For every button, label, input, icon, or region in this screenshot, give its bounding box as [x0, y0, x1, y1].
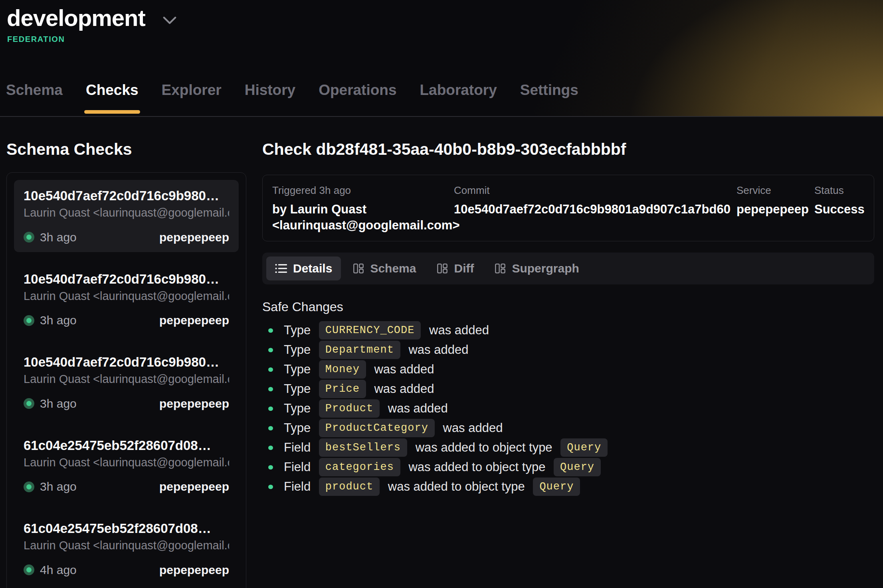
tab-operations[interactable]: Operations [319, 82, 396, 116]
change-list-item: Type Department was added [262, 340, 874, 360]
code-chip: Query [554, 458, 601, 476]
check-service-label: pepepepeep [159, 480, 229, 493]
schema-checks-list: 10e540d7aef72c0d716c9b980… Laurin Quast … [6, 172, 246, 588]
check-commit-hash: 61c04e25475eb52f28607d08… [24, 438, 229, 454]
check-list-item[interactable]: 61c04e25475eb52f28607d08… Laurin Quast <… [14, 513, 239, 585]
change-text: Type [284, 421, 314, 435]
meta-service-label: Service [736, 184, 814, 197]
chevron-down-icon[interactable] [163, 16, 176, 24]
status-dot-icon [24, 481, 34, 492]
app-header: development FEDERATION SchemaChecksExplo… [0, 0, 883, 117]
subtab-diff[interactable]: Diff [428, 257, 483, 280]
meta-triggered: Triggered 3h ago by Laurin Quast <laurin… [272, 184, 454, 233]
meta-commit-label: Commit [454, 184, 736, 197]
subtab-schema[interactable]: Schema [344, 257, 425, 280]
change-text: Type [284, 323, 314, 337]
tab-history[interactable]: History [245, 82, 295, 116]
change-text: Type [284, 343, 314, 357]
check-author: Laurin Quast <laurinquast@googlemail.co… [24, 372, 229, 386]
change-list-item: Type Product was added [262, 399, 874, 418]
status-dot-icon [24, 564, 34, 575]
code-chip: product [319, 478, 380, 496]
columns-icon [437, 263, 448, 274]
bullet-icon [268, 485, 273, 489]
check-commit-hash: 61c04e25475eb52f28607d08… [24, 521, 229, 537]
meta-status-label: Status [814, 184, 864, 197]
tab-schema[interactable]: Schema [6, 82, 63, 116]
change-text: was added [440, 421, 503, 435]
project-selector[interactable]: development [0, 0, 883, 32]
meta-commit-value: 10e540d7aef72c0d716c9b9801a9d907c1a7bd60 [454, 201, 736, 217]
meta-service-value: pepepepeep [736, 201, 814, 217]
project-title: development [7, 5, 145, 32]
page-title: Check db28f481-35aa-40b0-b8b9-303ecfabbb… [262, 140, 874, 159]
change-text: was added [371, 362, 434, 377]
check-time-label: 3h ago [40, 231, 77, 244]
bullet-icon [268, 348, 273, 352]
check-commit-hash: 10e540d7aef72c0d716c9b980… [24, 188, 229, 204]
bullet-icon [268, 426, 273, 430]
bullet-icon [268, 387, 273, 391]
change-list-item: Type CURRENCY_CODE was added [262, 321, 874, 340]
change-text: Type [284, 362, 314, 377]
columns-icon [353, 263, 364, 274]
federation-badge: FEDERATION [7, 35, 883, 44]
change-text: Field [284, 460, 314, 474]
status-dot-icon [24, 232, 34, 243]
tab-settings[interactable]: Settings [520, 82, 578, 116]
check-list-item[interactable]: 61c04e25475eb52f28607d08… Laurin Quast <… [14, 430, 239, 502]
tab-explorer[interactable]: Explorer [162, 82, 222, 116]
code-chip: Product [319, 399, 380, 418]
change-text: was added to object type [384, 479, 528, 494]
tab-laboratory[interactable]: Laboratory [420, 82, 497, 116]
code-chip: CURRENCY_CODE [319, 321, 421, 339]
check-time-label: 3h ago [40, 314, 77, 327]
change-list-item: Field product was added to object type Q… [262, 477, 874, 497]
columns-icon [495, 263, 506, 274]
meta-status-value: Success [814, 201, 864, 217]
meta-triggered-by: by Laurin Quast [272, 201, 454, 217]
checks-panel-title: Schema Checks [6, 140, 246, 159]
main-content: Schema Checks 10e540d7aef72c0d716c9b980…… [0, 117, 883, 588]
code-chip: Price [319, 380, 366, 398]
code-chip: Money [319, 360, 366, 379]
check-author: Laurin Quast <laurinquast@googlemail.co… [24, 455, 229, 470]
subtab-supergraph[interactable]: Supergraph [486, 257, 588, 280]
subtab-details[interactable]: Details [266, 257, 341, 280]
change-text: was added [405, 343, 469, 357]
code-chip: ProductCategory [319, 419, 435, 437]
check-time-label: 4h ago [40, 563, 77, 577]
check-service-label: pepepepeep [159, 314, 229, 327]
change-text: was added [426, 323, 489, 337]
check-view-tabs: Details Schema Diff Supergraph [262, 253, 874, 284]
check-meta-box: Triggered 3h ago by Laurin Quast <laurin… [262, 175, 874, 241]
change-text: was added to object type [412, 440, 556, 455]
check-time-label: 3h ago [40, 480, 77, 493]
change-text: Type [284, 382, 314, 396]
tab-checks[interactable]: Checks [86, 82, 139, 116]
meta-triggered-label: Triggered 3h ago [272, 184, 454, 197]
bullet-icon [268, 446, 273, 450]
change-text: was added [384, 401, 448, 416]
code-chip: Department [319, 341, 400, 359]
check-time-label: 3h ago [40, 397, 77, 410]
change-text: was added [371, 382, 434, 396]
check-list-item[interactable]: 10e540d7aef72c0d716c9b980… Laurin Quast … [14, 263, 239, 335]
bullet-icon [268, 406, 273, 411]
change-list-item: Type Price was added [262, 379, 874, 399]
meta-commit: Commit 10e540d7aef72c0d716c9b9801a9d907c… [454, 184, 736, 233]
safe-changes-title: Safe Changes [262, 300, 874, 314]
check-list-item[interactable]: 10e540d7aef72c0d716c9b980… Laurin Quast … [14, 346, 239, 418]
code-chip: Query [533, 478, 580, 496]
bullet-icon [268, 465, 273, 470]
check-list-item[interactable]: 10e540d7aef72c0d716c9b980… Laurin Quast … [14, 180, 239, 252]
check-author: Laurin Quast <laurinquast@googlemail.co… [24, 289, 229, 303]
primary-nav: SchemaChecksExplorerHistoryOperationsLab… [6, 82, 578, 116]
bullet-icon [268, 328, 273, 333]
changes-list: Type CURRENCY_CODE was addedType Departm… [262, 321, 874, 497]
check-commit-hash: 10e540d7aef72c0d716c9b980… [24, 271, 229, 287]
change-text: Field [284, 440, 314, 455]
change-list-item: Type ProductCategory was added [262, 418, 874, 438]
change-list-item: Field categories was added to object typ… [262, 458, 874, 477]
status-dot-icon [24, 315, 34, 326]
